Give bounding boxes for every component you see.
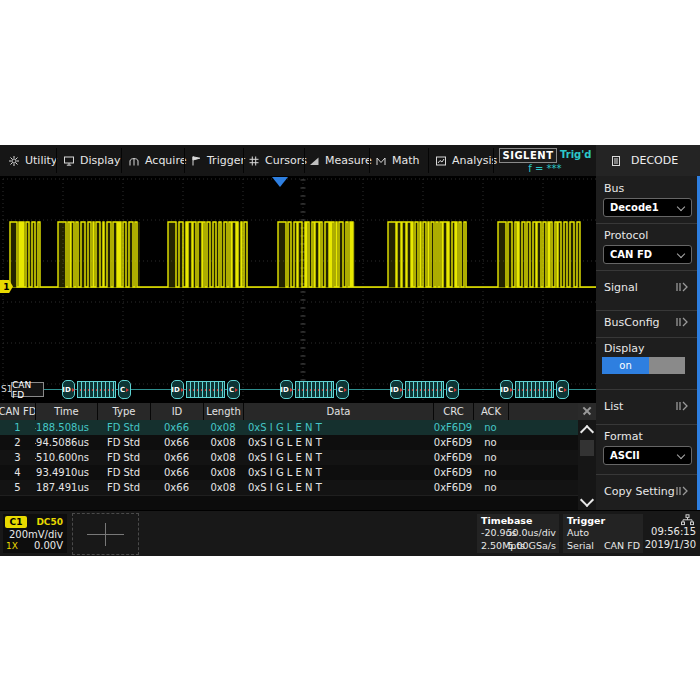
- scrollbar-thumb[interactable]: [580, 440, 594, 456]
- cell-num: 2: [0, 435, 35, 450]
- trigger-mode: Auto: [567, 527, 589, 538]
- scroll-up-icon[interactable]: [580, 425, 594, 439]
- cell-time: 187.491us: [35, 480, 97, 495]
- timebase-title: Timebase: [481, 515, 532, 526]
- decode-frame-data-bits: [405, 381, 444, 398]
- cell-num: 5: [0, 480, 35, 495]
- cell-length: 0x08: [203, 450, 243, 465]
- page: { "colors":{ "accent_blue":"#2e7fe0","ch…: [0, 0, 700, 700]
- menu-item-label: Measure: [325, 154, 372, 167]
- column-header-filler: [508, 403, 578, 420]
- cell-crc: 0xF6D9: [433, 435, 473, 450]
- cell-id: 0x66: [150, 420, 203, 435]
- status-bar: C1 DC50 200mV/div 1X 0.00V Timebase -20.…: [0, 510, 700, 556]
- menu-item-label: Acquire: [145, 154, 186, 167]
- channel1-probe: 1X: [6, 541, 18, 551]
- channel1-offset: 0.00V: [34, 540, 63, 551]
- decode-frame-crc-bubble: C: [336, 380, 349, 399]
- list-label: List: [604, 400, 623, 413]
- toggle-on[interactable]: on: [602, 357, 649, 374]
- trigger-kind: Serial: [567, 540, 594, 551]
- frequency-readout: f = ***: [497, 163, 593, 174]
- cell-type: FD Std: [97, 420, 150, 435]
- close-icon[interactable]: [578, 403, 596, 420]
- gear-icon: [8, 155, 20, 167]
- format-select[interactable]: ASCII: [603, 446, 692, 465]
- display-icon: [63, 155, 75, 167]
- trigger-source: CAN FD: [604, 540, 640, 551]
- decode-protocol-badge[interactable]: CAN FD: [11, 382, 44, 397]
- cell-length: 0x08: [203, 480, 243, 495]
- add-channel-button[interactable]: [72, 513, 139, 555]
- menu-item-trigger[interactable]: Trigger: [190, 145, 245, 176]
- list-menu-item[interactable]: List: [596, 394, 697, 418]
- menu-item-display[interactable]: Display: [63, 145, 121, 176]
- signal-menu-item[interactable]: Signal: [596, 275, 697, 299]
- oscilloscope-screen: UtilityDisplayAcquireTriggerCursorsMeasu…: [0, 145, 700, 555]
- scroll-down-icon[interactable]: [580, 493, 594, 507]
- clock: 09:56:15 2019/1/30: [645, 514, 698, 553]
- copy-setting-label: Copy Setting: [604, 485, 675, 498]
- menu-item-label: Utility: [25, 154, 57, 167]
- menu-item-cursors[interactable]: Cursors: [248, 145, 307, 176]
- network-icon[interactable]: [680, 514, 695, 526]
- bus-select-value: Decode1: [610, 202, 659, 213]
- decode-frame-id-bubble: ID: [171, 380, 184, 399]
- math-icon: [375, 155, 387, 167]
- copy-setting-menu-item[interactable]: Copy Setting: [596, 479, 697, 503]
- submenu-arrow-icon: [675, 486, 689, 496]
- menu-item-acquire[interactable]: Acquire: [128, 145, 186, 176]
- column-header-data: Data: [243, 403, 433, 420]
- table-row[interactable]: 2-94.5086usFD Std0x660x080xS I G L E N T…: [0, 435, 578, 451]
- toggle-off[interactable]: [649, 357, 685, 374]
- protocol-select[interactable]: CAN FD: [603, 245, 692, 264]
- cell-id: 0x66: [150, 480, 203, 495]
- decode-panel-header: DECODE: [596, 145, 700, 176]
- cell-filler: [508, 450, 578, 465]
- column-header-length: Length: [203, 403, 243, 420]
- table-row[interactable]: 3-510.600nsFD Std0x660x080xS I G L E N T…: [0, 450, 578, 466]
- decode-bus-row: S1 CAN FD IDCIDCIDCIDCIDC: [0, 376, 596, 403]
- table-row[interactable]: 1-188.508usFD Std0x660x080xS I G L E N T…: [0, 420, 578, 436]
- cell-crc: 0xF6D9: [433, 450, 473, 465]
- cell-ack: no: [473, 435, 508, 450]
- trigger-title: Trigger: [567, 515, 605, 526]
- channel1-badge: C1: [5, 516, 27, 528]
- channel1-descriptor[interactable]: C1 DC50 200mV/div 1X 0.00V: [3, 514, 67, 553]
- decode-frame-data-bits: [515, 381, 554, 398]
- bus-select[interactable]: Decode1: [603, 198, 692, 217]
- chevron-down-icon: [677, 451, 685, 459]
- table-row[interactable]: 493.4910usFD Std0x660x080xS I G L E N T0…: [0, 465, 578, 481]
- analysis-icon: [435, 155, 447, 167]
- bus-label: Bus: [604, 182, 624, 195]
- time-readout: 09:56:15: [651, 526, 696, 537]
- menu-item-math[interactable]: Math: [375, 145, 420, 176]
- menu-item-measure[interactable]: Measure: [308, 145, 372, 176]
- decode-settings-sidebar: Bus Decode1 Protocol CAN FD Signal BusCo…: [596, 176, 700, 510]
- busconfig-menu-item[interactable]: BusConfig: [596, 310, 697, 334]
- trigger-descriptor[interactable]: Trigger Auto Serial CAN FD: [563, 514, 643, 553]
- cell-num: 3: [0, 450, 35, 465]
- decode-frame-data-bits: [295, 381, 334, 398]
- chevron-down-icon: [677, 250, 685, 258]
- trigger-status: Trig'd: [560, 149, 591, 160]
- menu-item-utility[interactable]: Utility: [8, 145, 57, 176]
- cell-time: 93.4910us: [35, 465, 97, 480]
- table-scrollbar: [578, 403, 596, 510]
- table-row[interactable]: 5187.491usFD Std0x660x080xS I G L E N T0…: [0, 480, 578, 496]
- plus-icon: [105, 523, 106, 546]
- display-on-off-toggle[interactable]: on: [602, 357, 685, 374]
- format-select-value: ASCII: [610, 450, 640, 461]
- cell-id: 0x66: [150, 435, 203, 450]
- cell-num: 1: [0, 420, 35, 435]
- cell-filler: [508, 435, 578, 450]
- decode-frame-crc-bubble: C: [446, 380, 459, 399]
- timebase-samplerate: 5.00GSa/s: [507, 540, 556, 551]
- cell-type: FD Std: [97, 465, 150, 480]
- menu-item-analysis[interactable]: Analysis: [435, 145, 497, 176]
- cell-type: FD Std: [97, 450, 150, 465]
- cell-crc: 0xF6D9: [433, 420, 473, 435]
- column-header-id: ID: [150, 403, 203, 420]
- timebase-descriptor[interactable]: Timebase -20.9us 50.0us/div 2.50Mpts 5.0…: [477, 514, 559, 553]
- trigger-position-marker[interactable]: [272, 177, 288, 187]
